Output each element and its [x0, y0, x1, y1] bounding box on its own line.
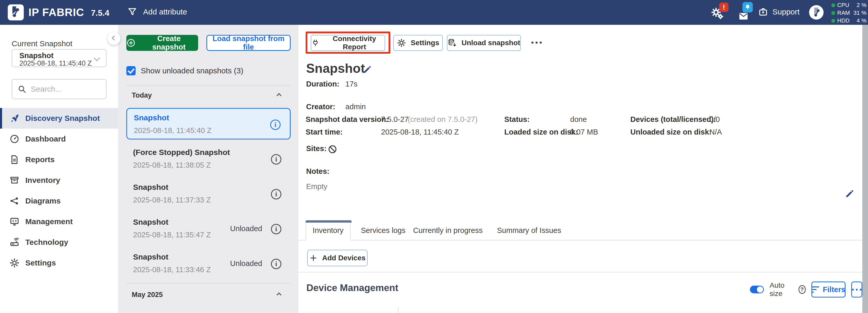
info-icon[interactable]: i	[271, 154, 281, 164]
chevron-left-icon	[112, 35, 117, 40]
device-management-heading: Device Management	[306, 283, 398, 293]
device-management-controls: Auto size ? Filters	[750, 281, 862, 298]
filters-button[interactable]: Filters	[811, 281, 845, 298]
sidebar-item-label: Management	[25, 217, 72, 226]
sidebar-item-management[interactable]: Management	[0, 211, 118, 232]
vertical-scrollbar[interactable]	[862, 25, 868, 313]
add-devices-button[interactable]: Add Devices	[307, 250, 368, 266]
data-version-value: 7.5.0-27	[381, 115, 408, 124]
support-label: Support	[772, 7, 800, 16]
sidebar-item-dashboard[interactable]: Dashboard	[0, 129, 118, 149]
sidebar-item-label: Diagrams	[25, 196, 61, 205]
sidebar-search	[11, 79, 106, 99]
page-title: Snapshot	[306, 61, 365, 76]
rocket-icon	[9, 113, 20, 123]
snapshot-list-item-selected[interactable]: Snapshot 2025-08-18, 11:45:40 Z i	[126, 108, 291, 139]
snapshot-selector-dropdown[interactable]: Snapshot 2025-08-18, 11:45:40 Z	[11, 49, 106, 67]
gear-icon	[9, 258, 20, 268]
sidebar-collapse-button[interactable]	[107, 32, 120, 45]
notes-label: Notes:	[306, 167, 330, 176]
auto-size-toggle[interactable]	[750, 286, 764, 293]
tab-services-logs[interactable]: Services logs	[361, 226, 405, 235]
create-snapshot-button[interactable]: Create snapshot	[126, 35, 198, 51]
sidebar-item-settings[interactable]: Settings	[0, 253, 118, 273]
ip-fabric-logo[interactable]	[8, 4, 24, 21]
group-header-today[interactable]: Today	[132, 91, 291, 99]
hdd-value: 4 %	[857, 17, 866, 24]
cpu-label: CPU	[837, 2, 857, 8]
snapshot-list-item[interactable]: (Force Stopped) Snapshot 2025-08-18, 11:…	[126, 143, 291, 175]
connectivity-report-button[interactable]: Connectivity Report	[311, 35, 385, 51]
sidebar-item-label: Discovery Snapshot	[25, 114, 100, 123]
settings-button[interactable]: Settings	[393, 35, 443, 51]
group-label: May 2025	[132, 291, 163, 299]
show-unloaded-checkbox-row[interactable]: Show unloaded snapshots (3)	[126, 66, 243, 75]
more-actions-button[interactable]	[529, 39, 544, 46]
table-more-button[interactable]	[851, 281, 862, 298]
info-icon[interactable]: i	[271, 189, 281, 199]
envelope-icon	[737, 11, 750, 21]
loaded-size-label: Loaded size on disk:	[504, 128, 578, 136]
sidebar-nav: Discovery Snapshot Dashboard Reports	[0, 108, 118, 273]
snapshot-item-date: 2025-08-18, 11:35:47 Z	[133, 230, 211, 239]
support-button[interactable]: Support	[758, 7, 800, 17]
hdd-stat: HDD 4 %	[831, 17, 866, 24]
chevron-up-icon	[276, 292, 282, 298]
current-snapshot-label: Current Snapshot	[11, 39, 72, 48]
tab-summary-of-issues[interactable]: Summary of Issues	[497, 226, 561, 235]
divider	[126, 85, 291, 86]
checkbox-checked[interactable]	[126, 66, 135, 75]
info-icon[interactable]: i	[270, 120, 281, 130]
help-icon[interactable]: ?	[799, 285, 806, 294]
start-time-value: 2025-08-18, 11:45:40 Z	[381, 128, 459, 136]
cpu-value: 2 %	[857, 2, 866, 8]
search-input[interactable]	[31, 85, 101, 93]
edit-notes-pencil-icon[interactable]	[844, 189, 855, 199]
snapshot-list-item[interactable]: Snapshot 2025-08-18, 11:33:46 Z Unloaded…	[126, 248, 291, 279]
data-version-label: Snapshot data version:	[306, 115, 389, 124]
sidebar-item-label: Reports	[25, 155, 55, 164]
group-header-may-2025[interactable]: May 2025	[132, 291, 291, 299]
sidebar-item-technology[interactable]: Technology	[0, 232, 118, 253]
notes-value: Empty	[306, 182, 327, 191]
gauge-icon	[9, 134, 20, 144]
monitor-icon	[9, 216, 20, 227]
notifications-button[interactable]	[737, 11, 750, 21]
snapshot-list-item[interactable]: Snapshot 2025-08-18, 11:37:33 Z i	[126, 178, 291, 210]
selector-date: 2025-08-18, 11:45:40 Z	[20, 59, 92, 67]
snapshot-item-date: 2025-08-18, 11:37:33 Z	[133, 196, 211, 204]
gear-icon	[397, 38, 406, 48]
sidebar-item-reports[interactable]: Reports	[0, 149, 118, 170]
brand-name: IP FABRIC	[28, 6, 84, 19]
user-avatar[interactable]	[809, 5, 824, 20]
document-icon	[9, 154, 20, 165]
add-attribute-label: Add attribute	[143, 7, 187, 16]
sidebar-item-discovery-snapshot[interactable]: Discovery Snapshot	[0, 108, 118, 129]
divider	[299, 272, 862, 273]
system-stats: CPU 2 % RAM 31 % HDD 4 %	[831, 2, 866, 25]
sidebar-item-diagrams[interactable]: Diagrams	[0, 191, 118, 211]
sidebar-item-inventory[interactable]: Inventory	[0, 170, 118, 191]
info-icon[interactable]: i	[271, 224, 281, 234]
snapshot-item-title: (Force Stopped) Snapshot	[133, 148, 230, 157]
tab-inventory[interactable]: Inventory	[306, 220, 350, 241]
left-sidebar: Current Snapshot Snapshot 2025-08-18, 11…	[0, 25, 118, 313]
top-header-bar: IP FABRIC 7.5.4 Add attribute !	[0, 0, 868, 25]
auto-size-label: Auto size	[770, 281, 793, 298]
snapshot-item-date: 2025-08-18, 11:38:05 Z	[133, 161, 211, 169]
edit-title-pencil-icon[interactable]	[363, 65, 372, 74]
load-snapshot-button[interactable]: Load snapshot from file	[207, 35, 291, 51]
alert-badge: !	[719, 3, 728, 12]
info-icon[interactable]: i	[271, 259, 281, 269]
unload-snapshot-button[interactable]: Unload snapshot	[447, 35, 521, 51]
unloaded-size-value: N/A	[709, 128, 722, 136]
network-diagram-icon	[9, 196, 20, 206]
add-attribute-button[interactable]: Add attribute	[127, 7, 187, 17]
snapshot-item-date: 2025-08-18, 11:45:40 Z	[134, 126, 212, 135]
settings-label: Settings	[411, 39, 439, 47]
funnel-icon	[127, 7, 137, 17]
filters-label: Filters	[823, 285, 845, 294]
tab-currently-in-progress[interactable]: Currently in progress	[413, 226, 483, 235]
snapshot-list-item[interactable]: Snapshot 2025-08-18, 11:35:47 Z Unloaded…	[126, 213, 291, 245]
tab-label: Inventory	[313, 226, 343, 235]
